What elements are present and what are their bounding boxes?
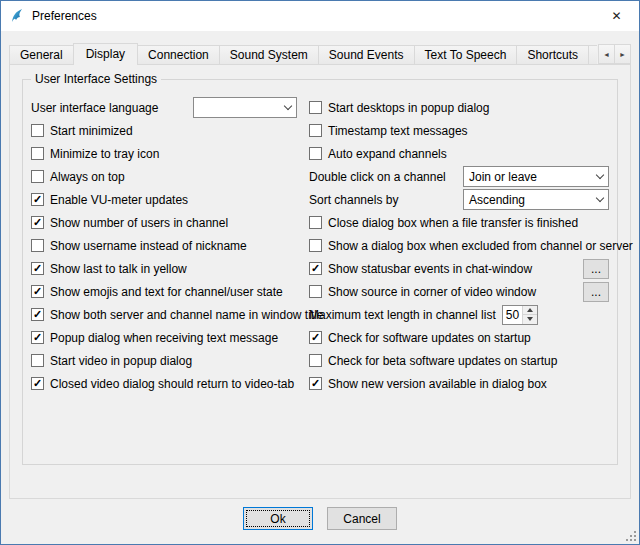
close-button[interactable]: ✕ <box>594 1 639 31</box>
row-show-user-count[interactable]: ✓ Show number of users in channel <box>31 211 297 234</box>
chevron-down-icon <box>591 190 608 209</box>
arrow-down-icon <box>527 317 533 321</box>
checkbox-label: Show new version available in dialog box <box>328 377 547 391</box>
chevron-down-icon <box>279 98 296 117</box>
checkbox[interactable]: ✓ <box>309 377 322 390</box>
tab-bar: General Display Connection Sound System … <box>9 43 631 65</box>
combo-value: Join or leave <box>464 170 591 184</box>
row-beta-updates[interactable]: ✓ Check for beta software updates on sta… <box>309 349 609 372</box>
row-vu-meter-updates[interactable]: ✓ Enable VU-meter updates <box>31 188 297 211</box>
row-minimize-to-tray[interactable]: ✓ Minimize to tray icon <box>31 142 297 165</box>
check-icon: ✓ <box>33 194 42 205</box>
checkbox-label: Show source in corner of video window <box>328 285 536 299</box>
row-new-version-dialog[interactable]: ✓ Show new version available in dialog b… <box>309 372 609 395</box>
row-close-on-transfer[interactable]: ✓ Close dialog box when a file transfer … <box>309 211 609 234</box>
row-emojis-text-state[interactable]: ✓ Show emojis and text for channel/user … <box>31 280 297 303</box>
checkbox[interactable]: ✓ <box>309 124 322 137</box>
tab-display[interactable]: Display <box>73 43 138 65</box>
checkbox[interactable]: ✓ <box>31 308 44 321</box>
checkbox[interactable]: ✓ <box>31 239 44 252</box>
resize-grip[interactable] <box>624 529 637 542</box>
checkbox-label: Show a dialog box when excluded from cha… <box>328 239 633 253</box>
max-text-length-spinner[interactable]: 50 <box>502 305 538 325</box>
checkbox[interactable]: ✓ <box>31 124 44 137</box>
statusbar-events-more-button[interactable]: ... <box>583 259 609 279</box>
row-excluded-dialog[interactable]: ✓ Show a dialog box when excluded from c… <box>309 234 609 257</box>
tab-sound-events[interactable]: Sound Events <box>318 45 415 65</box>
row-start-minimized[interactable]: ✓ Start minimized <box>31 119 297 142</box>
spin-down-button[interactable] <box>523 314 537 324</box>
row-always-on-top[interactable]: ✓ Always on top <box>31 165 297 188</box>
checkbox[interactable]: ✓ <box>309 262 322 275</box>
ok-button[interactable]: Ok <box>243 507 313 530</box>
arrow-left-icon: ◄ <box>603 51 610 58</box>
row-popup-text-message[interactable]: ✓ Popup dialog when receiving text messa… <box>31 326 297 349</box>
checkbox[interactable]: ✓ <box>31 331 44 344</box>
window-title: Preferences <box>32 9 594 23</box>
checkbox-label: Show statusbar events in chat-window <box>328 262 532 276</box>
row-last-talk-yellow[interactable]: ✓ Show last to talk in yellow <box>31 257 297 280</box>
checkbox[interactable]: ✓ <box>31 285 44 298</box>
checkbox[interactable]: ✓ <box>309 331 322 344</box>
checkbox[interactable]: ✓ <box>31 377 44 390</box>
row-server-channel-in-title[interactable]: ✓ Show both server and channel name in w… <box>31 303 297 326</box>
check-icon: ✓ <box>33 378 42 389</box>
row-timestamp-messages[interactable]: ✓ Timestamp text messages <box>309 119 609 142</box>
row-software-updates[interactable]: ✓ Check for software updates on startup <box>309 326 609 349</box>
row-video-source-corner[interactable]: ✓ Show source in corner of video window … <box>309 280 609 303</box>
checkbox-label: Auto expand channels <box>328 147 447 161</box>
combo-value: Ascending <box>464 193 591 207</box>
ok-button-label: Ok <box>270 512 285 526</box>
row-statusbar-events[interactable]: ✓ Show statusbar events in chat-window .… <box>309 257 609 280</box>
video-source-more-button[interactable]: ... <box>583 282 609 302</box>
checkbox[interactable]: ✓ <box>31 170 44 183</box>
tab-video[interactable]: Video <box>588 45 597 65</box>
chevron-down-icon <box>591 167 608 186</box>
row-language: User interface language <box>31 96 297 119</box>
tab-scroll-right-button[interactable]: ► <box>614 44 631 64</box>
checkbox[interactable]: ✓ <box>31 216 44 229</box>
max-text-length-label: Maximum text length in channel list <box>309 308 496 322</box>
tab-strip: General Display Connection Sound System … <box>9 43 597 65</box>
tab-shortcuts[interactable]: Shortcuts <box>516 45 589 65</box>
checkbox[interactable]: ✓ <box>31 354 44 367</box>
double-click-select[interactable]: Join or leave <box>463 166 609 187</box>
spin-value[interactable]: 50 <box>503 306 522 324</box>
cancel-button[interactable]: Cancel <box>327 507 397 530</box>
checkbox-label: Start minimized <box>50 124 133 138</box>
checkbox-label: Show number of users in channel <box>50 216 228 230</box>
checkbox[interactable]: ✓ <box>31 262 44 275</box>
tab-sound-system[interactable]: Sound System <box>219 45 319 65</box>
tab-text-to-speech[interactable]: Text To Speech <box>414 45 518 65</box>
checkbox[interactable]: ✓ <box>309 285 322 298</box>
row-desktops-popup[interactable]: ✓ Start desktops in popup dialog <box>309 96 609 119</box>
language-select[interactable] <box>193 97 297 118</box>
spin-buttons <box>522 306 537 324</box>
row-auto-expand-channels[interactable]: ✓ Auto expand channels <box>309 142 609 165</box>
checkbox[interactable]: ✓ <box>309 354 322 367</box>
check-icon: ✓ <box>311 378 320 389</box>
spin-up-button[interactable] <box>523 306 537 315</box>
checkbox[interactable]: ✓ <box>309 216 322 229</box>
row-closed-video-return[interactable]: ✓ Closed video dialog should return to v… <box>31 372 297 395</box>
tab-connection[interactable]: Connection <box>137 45 220 65</box>
tab-scroll-left-button[interactable]: ◄ <box>598 44 615 64</box>
tab-general[interactable]: General <box>9 45 74 65</box>
check-icon: ✓ <box>311 332 320 343</box>
checkbox-label: Show last to talk in yellow <box>50 262 187 276</box>
checkbox[interactable]: ✓ <box>309 147 322 160</box>
checkbox[interactable]: ✓ <box>31 147 44 160</box>
titlebar: Preferences ✕ <box>1 1 639 31</box>
checkbox-label: Close dialog box when a file transfer is… <box>328 216 578 230</box>
checkbox[interactable]: ✓ <box>31 193 44 206</box>
checkbox[interactable]: ✓ <box>309 101 322 114</box>
sort-channels-select[interactable]: Ascending <box>463 189 609 210</box>
checkbox-label: Enable VU-meter updates <box>50 193 188 207</box>
display-tab-pane: User Interface Settings User interface l… <box>9 64 631 499</box>
arrow-up-icon <box>527 308 533 312</box>
row-video-popup-dialog[interactable]: ✓ Start video in popup dialog <box>31 349 297 372</box>
row-username-instead-nickname[interactable]: ✓ Show username instead of nickname <box>31 234 297 257</box>
language-label: User interface language <box>31 101 158 115</box>
row-double-click-channel: Double click on a channel Join or leave <box>309 165 609 188</box>
checkbox[interactable]: ✓ <box>309 239 322 252</box>
